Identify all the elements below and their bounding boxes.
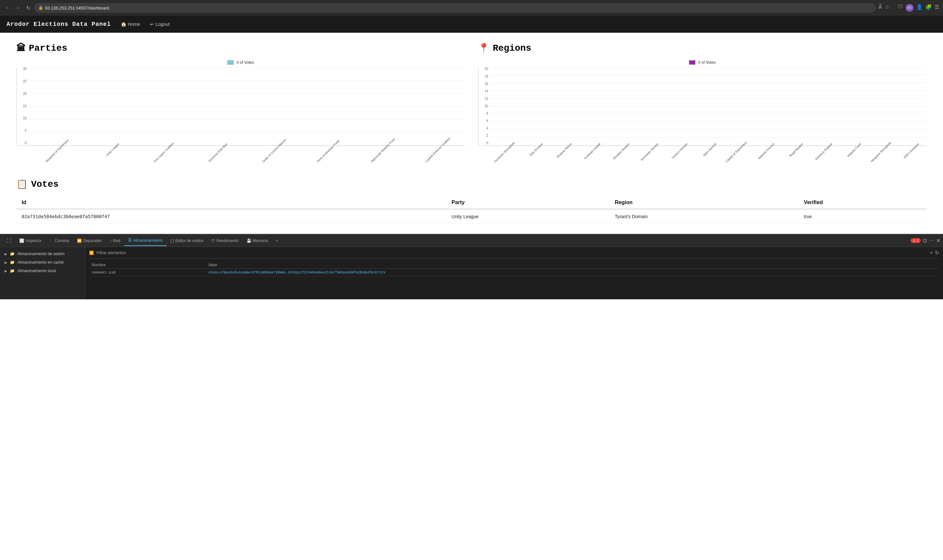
folder-icon: 📁 (10, 260, 15, 265)
filter-icon: 🔽 (89, 251, 94, 255)
nav-logout[interactable]: ↩ Logout (150, 22, 170, 27)
list-item: Elite Enclave (521, 140, 548, 146)
col-valor: Valor (205, 262, 939, 269)
sidebar-item-session-storage[interactable]: ▶ 📁 Almacenamiento de sesión (0, 249, 85, 258)
votes-section: 📋 Votes Id Party Region Verified 02a731d… (16, 178, 927, 224)
console-icon: 〉 (49, 238, 53, 243)
col-id: Id (16, 196, 446, 209)
app-title: Arodor Elections Data Panel (6, 21, 111, 28)
bookmark-icon[interactable]: ☆ (885, 4, 889, 12)
parties-title: 🏛 Parties (16, 43, 465, 54)
devtools-debugger-tab[interactable]: ⏩ Depurador (73, 236, 106, 246)
charts-row: 🏛 Parties # of Votes 0 5 10 15 20 25 (16, 43, 927, 166)
memory-icon: 💾 (247, 238, 252, 243)
list-item: Vanguard of Supremacy (31, 140, 82, 146)
menu-icon[interactable]: ☰ (934, 4, 939, 12)
vote-party: Unity League (446, 209, 610, 224)
logout-icon: ↩ (150, 22, 154, 27)
storage-icon: 🗄 (128, 238, 132, 243)
list-item: Iron Legion Coalition (139, 140, 191, 146)
options-icon[interactable]: ⋯ (929, 237, 934, 244)
grid-25 (28, 80, 465, 80)
folder-icon: 📁 (10, 252, 15, 256)
list-item: Elite's Embrace (898, 140, 924, 146)
user-avatar[interactable]: FF (906, 4, 914, 12)
grid-0 (28, 145, 465, 146)
regions-legend: # of Votes (478, 60, 927, 65)
col-nombre: Nombre (89, 262, 205, 269)
expand-triangle-icon: ▶ (5, 269, 7, 273)
inspector-icon: ⬜ (19, 238, 24, 243)
devtools-console-tab[interactable]: 〉 Consola (46, 235, 73, 246)
responsive-mode-icon[interactable]: ⊡ (923, 237, 927, 244)
nav-home[interactable]: 🏠 Home (121, 22, 140, 27)
home-icon: 🏠 (121, 22, 127, 27)
regions-section: 📍 Regions # of Votes 0 2 4 6 8 10 12 (478, 43, 927, 166)
devtools-style-tab[interactable]: { } Editor de estilos (167, 236, 208, 246)
extension-icon[interactable]: 🧩 (925, 4, 932, 12)
error-icon: ⚠ (912, 238, 916, 242)
list-item: Loyalist Enforcer Coalition (411, 140, 462, 146)
grid-30 (28, 67, 465, 68)
devtools-network-tab[interactable]: ↕ Red (106, 236, 124, 246)
vote-id: 02a731de584ebdc3b0eae0fa57000f47 (16, 209, 446, 224)
sidebar-item-label: Almacenamiento de sesión (17, 252, 65, 256)
sidebar-item-local-storage[interactable]: ▶ 📁 Almacenamiento local (0, 266, 85, 275)
translate-icon[interactable]: A̅ (878, 4, 882, 12)
storage-name: connect.sid (89, 269, 205, 276)
devtools-inspector-tab[interactable]: ⬜ Inspector (15, 236, 46, 246)
devtools-more-tab[interactable]: » (272, 236, 282, 246)
devtools-panel: ⛶ ⬜ Inspector 〉 Consola ⏩ Depurador ↕ Re… (0, 234, 943, 299)
performance-icon: ⏱ (211, 238, 215, 243)
close-devtools-icon[interactable]: ✕ (936, 237, 940, 244)
storage-action-icons: + ↻ (930, 249, 939, 256)
list-item: Dominion Stronghold (492, 140, 519, 146)
expand-triangle-icon: ▶ (5, 261, 7, 264)
list-item: Majesty Court (840, 140, 866, 146)
folder-icon: 📁 (10, 269, 15, 273)
regions-bars: Dominion Stronghold Elite Enclave Shadow… (490, 68, 927, 146)
votes-icon: 📋 (16, 178, 28, 190)
votes-title: 📋 Votes (16, 178, 927, 190)
col-region: Region (610, 196, 799, 209)
sidebar-item-cache-storage[interactable]: ▶ 📁 Almacenamiento en caché (0, 258, 85, 266)
reload-button[interactable]: ↻ (25, 4, 32, 12)
storage-value: s%3ALu7NpsOv0LAxqmwJ3TMtq8M8uW7IRmKo.bY6… (205, 269, 939, 276)
refresh-icon[interactable]: ↻ (935, 249, 939, 256)
nav-logout-label: Logout (156, 22, 170, 27)
list-item: Dominion Elite Bloc (193, 140, 245, 146)
devtools-performance-tab[interactable]: ⏱ Rendimiento (207, 236, 242, 246)
back-button[interactable]: ← (4, 4, 12, 12)
list-item: Apex Summit (695, 140, 721, 146)
profile-icon[interactable]: 👤 (916, 4, 923, 12)
debugger-icon: ⏩ (77, 238, 82, 243)
regions-title: 📍 Regions (478, 43, 927, 54)
list-item: Citadel of Supremacy (724, 140, 750, 146)
list-item: Order of Control Alliance (248, 140, 299, 146)
shield-icon: 🛡 (898, 4, 903, 12)
list-item: Regal Bastion (782, 140, 808, 146)
list-item: Dominus Outpost (811, 140, 837, 146)
parties-bar-chart: 0 5 10 15 20 25 30 (16, 68, 465, 146)
error-badge: ⚠ 1 (911, 238, 921, 243)
style-icon: { } (171, 238, 174, 243)
regions-icon: 📍 (478, 43, 489, 54)
browser-chrome: ← → ↻ 🔒 83.136.253.251:34507/dashboard A… (0, 0, 943, 16)
regions-bar-chart: 0 2 4 6 8 10 12 14 16 18 20 (478, 68, 927, 146)
parties-bars: Vanguard of Supremacy Unity League Iron … (28, 68, 465, 146)
list-item: Shadow Nexus (550, 140, 577, 146)
regions-legend-label: # of Votes (698, 60, 715, 65)
list-item: Obsidian Bastion (608, 140, 634, 146)
table-header-row: Id Party Region Verified (16, 196, 927, 209)
devtools-pointer-tab[interactable]: ⛶ (3, 235, 15, 246)
pointer-icon: ⛶ (6, 238, 11, 243)
vote-verified: true (799, 209, 927, 224)
forward-button[interactable]: → (14, 4, 22, 12)
devtools-memory-tab[interactable]: 💾 Memoria (242, 236, 272, 246)
vote-region: Tyrant's Domain (610, 209, 799, 224)
add-item-icon[interactable]: + (930, 250, 933, 256)
devtools-storage-tab[interactable]: 🗄 Almacenamiento (124, 235, 166, 246)
address-bar[interactable]: 🔒 83.136.253.251:34507/dashboard (34, 3, 876, 13)
parties-section: 🏛 Parties # of Votes 0 5 10 15 20 25 (16, 43, 465, 166)
list-item: Diplomatic Mastery Front (357, 140, 408, 146)
